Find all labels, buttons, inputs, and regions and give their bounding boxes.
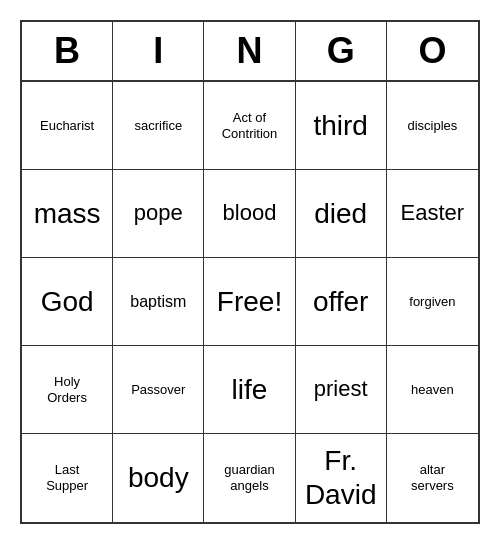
bingo-cell: God <box>22 258 113 346</box>
bingo-cell: blood <box>204 170 295 258</box>
bingo-cell: Easter <box>387 170 478 258</box>
header-letter: O <box>387 22 478 80</box>
bingo-grid: EucharistsacrificeAct ofContritionthirdd… <box>22 82 478 522</box>
bingo-card: BINGO EucharistsacrificeAct ofContrition… <box>20 20 480 524</box>
bingo-cell: LastSupper <box>22 434 113 522</box>
bingo-cell: life <box>204 346 295 434</box>
header-letter: I <box>113 22 204 80</box>
bingo-cell: altarservers <box>387 434 478 522</box>
bingo-cell: third <box>296 82 387 170</box>
bingo-cell: sacrifice <box>113 82 204 170</box>
bingo-cell: HolyOrders <box>22 346 113 434</box>
bingo-cell: Eucharist <box>22 82 113 170</box>
bingo-cell: guardianangels <box>204 434 295 522</box>
bingo-cell: offer <box>296 258 387 346</box>
bingo-cell: body <box>113 434 204 522</box>
bingo-cell: priest <box>296 346 387 434</box>
bingo-cell: mass <box>22 170 113 258</box>
bingo-cell: Fr.David <box>296 434 387 522</box>
bingo-cell: heaven <box>387 346 478 434</box>
bingo-cell: died <box>296 170 387 258</box>
bingo-cell: forgiven <box>387 258 478 346</box>
header-letter: B <box>22 22 113 80</box>
bingo-cell: Passover <box>113 346 204 434</box>
bingo-cell: baptism <box>113 258 204 346</box>
bingo-cell: Act ofContrition <box>204 82 295 170</box>
header-letter: N <box>204 22 295 80</box>
bingo-header: BINGO <box>22 22 478 82</box>
header-letter: G <box>296 22 387 80</box>
bingo-cell: pope <box>113 170 204 258</box>
bingo-cell: Free! <box>204 258 295 346</box>
bingo-cell: disciples <box>387 82 478 170</box>
